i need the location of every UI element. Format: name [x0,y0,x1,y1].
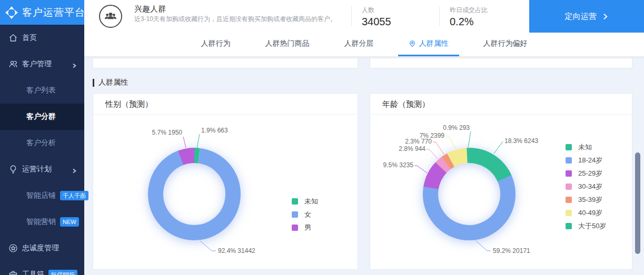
sidebar-item-智能营销[interactable]: 智能营销NEW [0,209,84,235]
legend-item-40-49岁[interactable]: 40-49岁 [566,206,606,219]
toolbox-icon [8,270,18,275]
tab-人群分层[interactable]: 人群分层 [334,33,384,56]
bulb-icon [8,165,18,174]
sidebar-badge: 千人千面 [60,191,88,200]
section-title-bar [93,79,94,87]
legend-label: 男 [304,223,311,232]
sidebar-item-工具箱[interactable]: 工具箱短信88折 [0,261,84,275]
slice-label-男: 5.7% 1950 [152,129,183,136]
page-header: 兴趣人群 近3-10天有加购或收藏行为，且近期没有购买加购或者收藏商品的客户。 … [84,0,644,33]
legend-item-30-34岁[interactable]: 30-34岁 [566,180,606,193]
legend-swatch [566,157,572,164]
crowd-title: 兴趣人群 [134,4,166,14]
divider [351,6,352,26]
targeted-operation-label: 定向运营 [565,12,597,22]
sidebar-item-label: 工具箱 [22,270,44,275]
crowd-group-icon [99,5,122,28]
chart-legend: 未知女男 [292,195,318,234]
slice-label-18-24岁: 59.2% 20171 [493,247,530,254]
tab-label: 人群行为偏好 [483,39,528,48]
pin-icon [409,40,416,47]
slice-label-未知: 1.9% 663 [201,127,228,134]
sidebar-item-客户分群[interactable]: 客户分群 [0,104,84,130]
legend-label: 25-29岁 [578,169,602,178]
legend-item-未知[interactable]: 未知 [566,140,606,154]
sidebar-item-label: 客户分群 [26,112,56,121]
sidebar-item-客户分析[interactable]: 客户分析 [0,130,84,156]
brand-header: 客户运营平台 [0,0,84,25]
legend-item-大于50岁[interactable]: 大于50岁 [566,219,606,232]
legend-label: 未知 [578,142,592,152]
stat-label: 人数 [362,6,391,15]
legend-item-18-24岁[interactable]: 18-24岁 [566,154,606,167]
vertical-scrollbar-thumb[interactable] [635,152,640,254]
legend-item-女[interactable]: 女 [292,208,318,221]
tab-bar: 人群行为人群热门商品人群分层人群属性人群行为偏好 [84,33,644,57]
legend-label: 18-24岁 [578,156,602,165]
label-leader-line [433,142,444,154]
tab-人群属性[interactable]: 人群属性 [398,33,459,56]
customer-operation-platform: 客户运营平台 首页客户管理客户列表客户分群客户分析运营计划智能店铺千人千面智能营… [0,0,644,275]
donut-slice-女[interactable] [151,151,237,237]
donut-chart-性别（预测）: 1.9% 66392.4% 314425.7% 1950 [93,115,358,269]
sidebar-item-label: 客户管理 [22,59,52,69]
label-leader-line [468,131,471,147]
sidebar-item-运营计划[interactable]: 运营计划 [0,156,84,182]
sidebar-menu: 首页客户管理客户列表客户分群客户分析运营计划智能店铺千人千面智能营销NEW忠诚度… [0,25,84,275]
slice-label-女: 92.4% 31442 [218,247,255,254]
chart-body: 1.9% 66392.4% 314425.7% 1950未知女男 [93,115,358,269]
stat-deal-ratio: 昨日成交占比 0.2% [450,6,488,28]
card-partial-right [370,58,632,68]
tab-label: 人群热门商品 [265,39,310,48]
stat-value: 0.2% [450,16,488,28]
sidebar-item-忠诚度管理[interactable]: 忠诚度管理 [0,235,84,261]
label-leader-line [414,166,427,173]
legend-item-25-29岁[interactable]: 25-29岁 [566,167,606,180]
legend-swatch [566,170,572,177]
legend-item-35-39岁[interactable]: 35-39岁 [566,193,606,206]
slice-label-25-29岁: 9.5% 3235 [383,161,414,169]
content-area: 人群属性 性别（预测） 1.9% 66392.4% 314425.7% 1950… [84,57,644,275]
chart-title: 性别（预测） [93,94,358,115]
divider [439,6,440,26]
label-leader-line [445,136,456,149]
targeted-operation-button[interactable]: 定向运营 [529,0,644,33]
sidebar-badge: 短信88折 [48,270,77,275]
chevron-right-icon [72,62,77,67]
slice-label-未知: 18.3% 6243 [504,137,538,145]
legend-item-男[interactable]: 男 [292,221,318,234]
sidebar-item-label: 忠诚度管理 [22,243,59,253]
legend-label: 40-49岁 [578,208,602,218]
sidebar-item-label: 客户分析 [26,138,56,148]
label-leader-line [494,141,503,154]
sidebar-item-label: 客户列表 [26,86,56,95]
sidebar-item-首页[interactable]: 首页 [0,25,84,51]
card-partial-left [93,58,358,68]
tab-人群行为偏好[interactable]: 人群行为偏好 [473,33,538,56]
label-leader-line [197,134,200,148]
legend-swatch [566,223,572,229]
legend-item-未知[interactable]: 未知 [292,195,318,208]
section-title: 人群属性 [93,78,128,87]
label-leader-line [200,241,216,251]
slice-label-大于50岁: 0.9% 293 [443,124,470,131]
sidebar-item-label: 首页 [22,33,37,43]
legend-swatch [292,225,298,231]
chart-legend: 未知18-24岁25-29岁30-34岁35-39岁40-49岁大于50岁 [566,140,606,232]
sidebar-item-客户管理[interactable]: 客户管理 [0,51,84,77]
tab-人群热门商品[interactable]: 人群热门商品 [255,33,320,56]
slice-label-40-49岁: 7% 2399 [420,132,445,139]
chart-body: 18.3% 624359.2% 201719.5% 32352.8% 9442.… [370,115,632,269]
legend-swatch [566,144,572,150]
sidebar-item-label: 智能店铺 [26,191,56,200]
legend-label: 女 [304,210,311,219]
age-chart-card: 年龄（预测） 18.3% 624359.2% 201719.5% 32352.8… [370,93,632,270]
sidebar-item-客户列表[interactable]: 客户列表 [0,77,84,104]
sidebar-item-智能店铺[interactable]: 智能店铺千人千面 [0,182,84,209]
tab-人群行为[interactable]: 人群行为 [191,33,241,56]
legend-swatch [566,210,572,216]
slice-label-30-34岁: 2.8% 944 [399,145,425,152]
stat-value: 34055 [362,16,391,28]
tab-label: 人群属性 [419,39,449,48]
chevron-right-icon [602,13,609,20]
